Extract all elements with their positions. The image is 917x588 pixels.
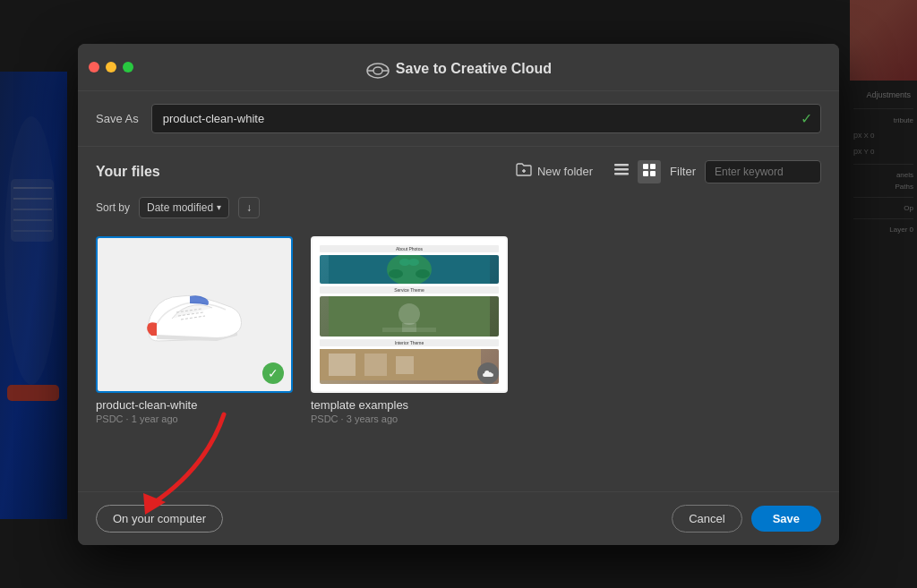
modal-title-area: Save to Creative Cloud [365,58,552,80]
file-badge-check: ✓ [262,362,284,384]
save-as-input-wrap: ✓ [151,104,821,133]
tmpl-turtle-image [320,255,499,284]
sort-label: Sort by [96,201,130,214]
sort-row: Sort by Date modified ▾ ↓ [78,193,839,227]
view-toggle [609,160,661,183]
save-button[interactable]: Save [751,506,821,532]
svg-rect-19 [650,164,656,169]
tmpl-hero-image [320,255,499,284]
svg-point-10 [373,67,382,74]
modal-footer: On your computer Cancel Save [78,491,839,545]
window-controls [89,62,133,72]
filter-input[interactable] [705,160,821,183]
new-folder-button[interactable]: New folder [509,159,600,184]
shoe-thumbnail-content [98,238,291,391]
svg-point-34 [399,303,420,325]
save-as-checkmark-icon: ✓ [801,110,812,127]
file-card-template-examples[interactable]: About Photos [311,236,508,424]
creative-cloud-icon [365,58,387,80]
new-folder-icon [516,163,532,181]
svg-rect-38 [329,354,356,376]
tmpl-interior-image [320,349,499,384]
save-as-input[interactable] [151,104,821,133]
tmpl-service-image [320,296,499,337]
modal-titlebar: Save to Creative Cloud [78,44,839,91]
sort-arrow-icon: ↓ [246,201,252,214]
files-header: Your files New folder [78,147,839,193]
tmpl-label-2: Service Theme [320,286,499,294]
file-name-template: template examples [311,398,508,412]
file-name-product: product-clean-white [96,398,293,412]
sort-chevron-icon: ▾ [217,202,221,212]
svg-rect-40 [396,356,414,374]
sort-direction-button[interactable]: ↓ [238,197,260,218]
file-badge-cloud [477,362,499,384]
close-button[interactable] [89,62,99,72]
file-card-product-clean-white[interactable]: ✓ product-clean-white PSDC · 1 year ago [96,236,293,424]
svg-rect-21 [650,171,656,176]
svg-rect-15 [614,164,629,166]
cancel-button[interactable]: Cancel [672,505,741,533]
sort-value: Date modified [147,201,213,214]
files-title: Your files [96,164,509,180]
svg-point-29 [416,269,430,278]
grid-view-button[interactable] [638,160,661,183]
tmpl-label-3: Interior Theme [320,339,499,346]
file-meta-template: PSDC · 3 years ago [311,413,508,424]
maximize-button[interactable] [123,62,133,72]
svg-rect-36 [382,328,436,332]
save-to-cloud-modal: Save to Creative Cloud Save As ✓ Your fi… [78,44,839,545]
save-as-row: Save As ✓ [78,91,839,147]
modal-title: Save to Creative Cloud [396,61,552,77]
files-grid: ✓ product-clean-white PSDC · 1 year ago … [78,227,839,491]
list-view-button[interactable] [609,160,634,183]
svg-rect-16 [614,168,629,171]
modal-overlay: Save to Creative Cloud Save As ✓ Your fi… [0,0,917,588]
save-as-label: Save As [96,112,139,125]
files-actions: New folder [509,159,821,184]
template-thumbnail-content: About Photos [313,238,506,391]
on-computer-button[interactable]: On your computer [96,505,223,533]
svg-rect-20 [643,171,648,176]
svg-rect-39 [364,354,387,376]
filter-label: Filter [670,165,696,178]
svg-point-27 [387,255,432,284]
tmpl-label-1: About Photos [320,245,499,252]
file-thumbnail-shoe: ✓ [96,236,293,393]
sort-select[interactable]: Date modified ▾ [139,197,229,218]
minimize-button[interactable] [106,62,116,72]
file-meta-product: PSDC · 1 year ago [96,413,293,424]
svg-rect-18 [643,164,648,169]
svg-point-31 [408,259,419,266]
svg-rect-17 [614,173,629,175]
svg-point-28 [389,269,403,278]
new-folder-label: New folder [537,165,593,178]
file-thumbnail-template: About Photos [311,236,508,393]
